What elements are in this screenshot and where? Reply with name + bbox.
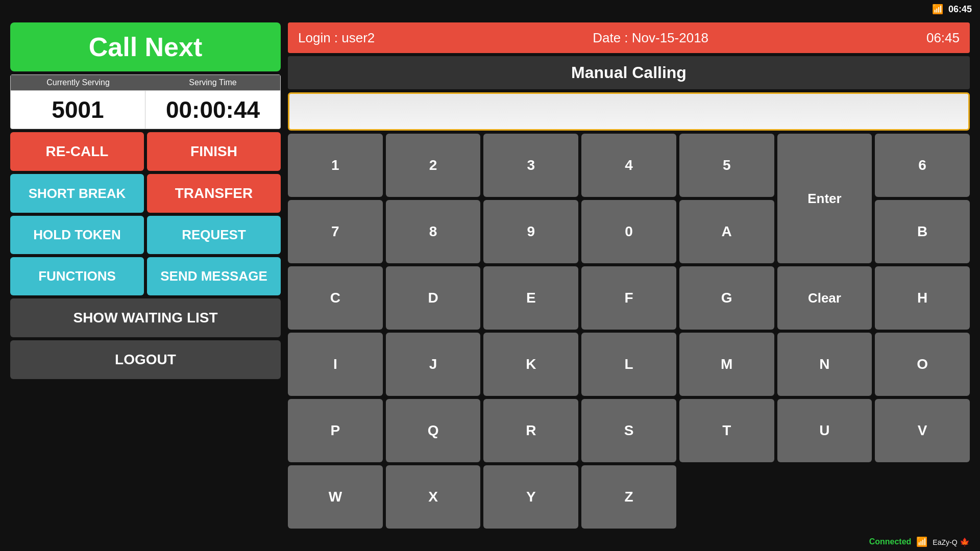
key-L[interactable]: L bbox=[581, 333, 676, 396]
key-4[interactable]: 4 bbox=[581, 134, 676, 197]
key-U[interactable]: U bbox=[777, 399, 872, 462]
key-J[interactable]: J bbox=[386, 333, 481, 396]
manual-calling-title: Manual Calling bbox=[288, 56, 970, 89]
key-G[interactable]: G bbox=[679, 266, 774, 330]
wifi-bottom-icon: 📶 bbox=[916, 536, 927, 547]
functions-button[interactable]: FUNCTIONS bbox=[10, 257, 144, 295]
key-Y[interactable]: Y bbox=[483, 465, 578, 529]
key-R[interactable]: R bbox=[483, 399, 578, 462]
key-5[interactable]: 5 bbox=[679, 134, 774, 197]
status-time: 06:45 bbox=[948, 4, 972, 15]
key-0[interactable]: 0 bbox=[581, 200, 676, 263]
login-label: Login : user2 bbox=[298, 30, 375, 46]
left-panel: Call Next Currently Serving Serving Time… bbox=[10, 22, 281, 529]
action-buttons: RE-CALL FINISH SHORT BREAK TRANSFER HOLD… bbox=[10, 132, 281, 295]
status-bar: 📶 06:45 bbox=[0, 0, 980, 18]
finish-button[interactable]: FINISH bbox=[147, 132, 281, 171]
key-3[interactable]: 3 bbox=[483, 134, 578, 197]
serving-number: 5001 bbox=[11, 90, 145, 129]
key-8[interactable]: 8 bbox=[386, 200, 481, 263]
bottom-bar: Connected 📶 EaZy-Q 🍁 bbox=[0, 533, 980, 551]
key-T[interactable]: T bbox=[679, 399, 774, 462]
serving-info: Currently Serving Serving Time 5001 00:0… bbox=[10, 74, 281, 129]
short-break-button[interactable]: SHORT BREAK bbox=[10, 174, 144, 213]
request-button[interactable]: REQUEST bbox=[147, 216, 281, 254]
main-content: Call Next Currently Serving Serving Time… bbox=[0, 18, 980, 533]
serving-time-value: 00:00:44 bbox=[145, 90, 280, 129]
key-B[interactable]: B bbox=[875, 200, 970, 263]
manual-calling-input[interactable] bbox=[288, 92, 970, 131]
header-time: 06:45 bbox=[926, 30, 960, 46]
show-waiting-list-button[interactable]: SHOW WAITING LIST bbox=[10, 298, 281, 337]
maple-icon: 🍁 bbox=[958, 538, 970, 546]
wifi-icon: 📶 bbox=[932, 4, 943, 15]
key-W[interactable]: W bbox=[288, 465, 383, 529]
logout-button[interactable]: LOGOUT bbox=[10, 340, 281, 379]
key-2[interactable]: 2 bbox=[386, 134, 481, 197]
key-9[interactable]: 9 bbox=[483, 200, 578, 263]
date-label: Date : Nov-15-2018 bbox=[593, 30, 708, 46]
key-A[interactable]: A bbox=[679, 200, 774, 263]
connected-label: Connected bbox=[869, 537, 912, 546]
keypad: 1 2 3 4 5 Enter 6 7 8 9 0 A B C D E Clea… bbox=[288, 134, 970, 529]
key-6[interactable]: 6 bbox=[875, 134, 970, 197]
recall-button[interactable]: RE-CALL bbox=[10, 132, 144, 171]
transfer-button[interactable]: TRANSFER bbox=[147, 174, 281, 213]
header-bar: Login : user2 Date : Nov-15-2018 06:45 bbox=[288, 22, 970, 53]
key-S[interactable]: S bbox=[581, 399, 676, 462]
key-P[interactable]: P bbox=[288, 399, 383, 462]
key-Q[interactable]: Q bbox=[386, 399, 481, 462]
key-O[interactable]: O bbox=[875, 333, 970, 396]
key-F[interactable]: F bbox=[581, 266, 676, 330]
key-C[interactable]: C bbox=[288, 266, 383, 330]
serving-time-label: Serving Time bbox=[145, 75, 280, 90]
key-K[interactable]: K bbox=[483, 333, 578, 396]
right-panel: Login : user2 Date : Nov-15-2018 06:45 M… bbox=[288, 22, 970, 529]
hold-token-button[interactable]: HOLD TOKEN bbox=[10, 216, 144, 254]
send-message-button[interactable]: SEND MESSAGE bbox=[147, 257, 281, 295]
currently-serving-label: Currently Serving bbox=[11, 75, 145, 90]
key-1[interactable]: 1 bbox=[288, 134, 383, 197]
enter-button[interactable]: Enter bbox=[777, 134, 872, 263]
key-H[interactable]: H bbox=[875, 266, 970, 330]
key-I[interactable]: I bbox=[288, 333, 383, 396]
call-next-button[interactable]: Call Next bbox=[10, 22, 281, 71]
key-V[interactable]: V bbox=[875, 399, 970, 462]
key-7[interactable]: 7 bbox=[288, 200, 383, 263]
key-D[interactable]: D bbox=[386, 266, 481, 330]
key-X[interactable]: X bbox=[386, 465, 481, 529]
key-E[interactable]: E bbox=[483, 266, 578, 330]
clear-button[interactable]: Clear bbox=[777, 266, 872, 330]
key-N[interactable]: N bbox=[777, 333, 872, 396]
key-M[interactable]: M bbox=[679, 333, 774, 396]
key-Z[interactable]: Z bbox=[581, 465, 676, 529]
brand-label: EaZy-Q 🍁 bbox=[933, 537, 970, 547]
